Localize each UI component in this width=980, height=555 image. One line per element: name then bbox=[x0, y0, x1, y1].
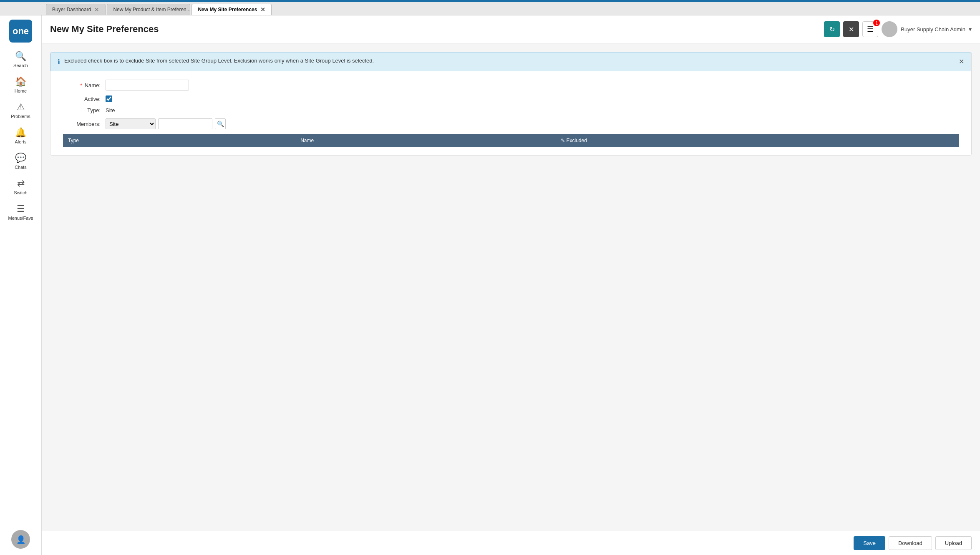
col-excluded: ✎ Excluded bbox=[556, 134, 959, 147]
members-controls: Site Site Group 🔍 bbox=[106, 118, 226, 129]
sidebar-item-label-chats: Chats bbox=[15, 165, 27, 170]
members-type-select[interactable]: Site Site Group bbox=[106, 118, 156, 129]
avatar bbox=[882, 21, 897, 37]
sidebar-item-search[interactable]: 🔍 Search bbox=[0, 47, 41, 72]
tab-label: New My Site Preferences bbox=[198, 7, 257, 13]
type-row: Type: Site bbox=[63, 107, 959, 113]
download-button[interactable]: Download bbox=[889, 536, 932, 550]
tab-label: New My Product & Item Preferen... bbox=[113, 7, 190, 13]
name-input[interactable] bbox=[106, 80, 189, 90]
info-icon: ℹ bbox=[58, 58, 60, 66]
required-indicator: * bbox=[80, 82, 82, 88]
tab-close-icon[interactable]: ✕ bbox=[94, 7, 99, 13]
tab-close-icon[interactable]: ✕ bbox=[260, 7, 265, 13]
active-row: Active: bbox=[63, 95, 959, 102]
sidebar-avatar[interactable]: 👤 bbox=[11, 530, 30, 549]
sidebar: one 🔍 Search 🏠 Home ⚠ Problems 🔔 Alerts … bbox=[0, 15, 42, 555]
problems-icon: ⚠ bbox=[17, 102, 25, 113]
menu-icon: ☰ bbox=[867, 25, 874, 34]
info-message: Excluded check box is to exclude Site fr… bbox=[64, 58, 374, 64]
sidebar-item-label-alerts: Alerts bbox=[15, 139, 26, 144]
sidebar-item-switch[interactable]: ⇄ Switch bbox=[0, 174, 41, 199]
tab-bar: Buyer Dashboard✕New My Product & Item Pr… bbox=[0, 2, 980, 15]
name-label: * Name: bbox=[63, 82, 101, 88]
sidebar-item-label-search: Search bbox=[13, 63, 28, 68]
tab-label: Buyer Dashboard bbox=[52, 7, 91, 13]
sidebar-item-label-problems: Problems bbox=[11, 114, 30, 119]
members-row: Members: Site Site Group 🔍 bbox=[63, 118, 959, 129]
excluded-edit-icon[interactable]: ✎ bbox=[561, 138, 565, 143]
avatar-icon: 👤 bbox=[16, 535, 25, 544]
header-actions: ↻ ✕ ☰ 1 Buyer Supply Chain Admin ▾ bbox=[824, 21, 972, 37]
info-banner: ℹ Excluded check box is to exclude Site … bbox=[50, 52, 971, 71]
page-header: New My Site Preferences ↻ ✕ ☰ 1 Buyer Su… bbox=[42, 15, 980, 43]
col-name: Name bbox=[295, 134, 556, 147]
members-table: Type Name ✎ Excluded bbox=[63, 134, 959, 147]
sidebar-item-label-menus-favs: Menus/Favs bbox=[8, 216, 33, 221]
menus-favs-icon: ☰ bbox=[17, 203, 25, 214]
form-container: ℹ Excluded check box is to exclude Site … bbox=[42, 43, 980, 531]
type-value: Site bbox=[106, 107, 115, 113]
active-checkbox[interactable] bbox=[106, 95, 112, 102]
members-search-button[interactable]: 🔍 bbox=[215, 118, 226, 129]
sidebar-item-alerts[interactable]: 🔔 Alerts bbox=[0, 123, 41, 148]
sidebar-item-label-switch: Switch bbox=[14, 190, 27, 195]
sidebar-item-problems[interactable]: ⚠ Problems bbox=[0, 98, 41, 123]
notification-badge: 1 bbox=[873, 20, 880, 26]
content-area: New My Site Preferences ↻ ✕ ☰ 1 Buyer Su… bbox=[42, 15, 980, 555]
chats-icon: 💬 bbox=[15, 153, 26, 163]
chevron-down-icon: ▾ bbox=[969, 26, 972, 33]
user-section[interactable]: Buyer Supply Chain Admin ▾ bbox=[882, 21, 972, 37]
tab-new-site-preferences[interactable]: New My Site Preferences✕ bbox=[191, 4, 272, 15]
info-close-button[interactable]: ✕ bbox=[959, 58, 964, 65]
sidebar-item-label-home: Home bbox=[15, 88, 27, 93]
members-label: Members: bbox=[63, 121, 101, 127]
name-row: * Name: bbox=[63, 80, 959, 90]
home-icon: 🏠 bbox=[15, 76, 26, 87]
col-type: Type bbox=[63, 134, 295, 147]
members-search-input[interactable] bbox=[158, 118, 212, 129]
user-name: Buyer Supply Chain Admin bbox=[901, 26, 965, 33]
sidebar-item-menus-favs[interactable]: ☰ Menus/Favs bbox=[0, 199, 41, 225]
tab-buyer-dashboard[interactable]: Buyer Dashboard✕ bbox=[46, 4, 106, 15]
close-button[interactable]: ✕ bbox=[843, 21, 859, 37]
type-label: Type: bbox=[63, 107, 101, 113]
form-footer: Save Download Upload bbox=[42, 531, 980, 555]
search-icon: 🔍 bbox=[15, 51, 26, 62]
table-header-row: Type Name ✎ Excluded bbox=[63, 134, 959, 147]
switch-icon: ⇄ bbox=[17, 178, 25, 189]
save-button[interactable]: Save bbox=[854, 536, 885, 550]
form-card: ℹ Excluded check box is to exclude Site … bbox=[50, 52, 972, 156]
refresh-button[interactable]: ↻ bbox=[824, 21, 840, 37]
form-body: * Name: Active: Type: Site bbox=[50, 71, 971, 155]
active-label: Active: bbox=[63, 96, 101, 102]
search-icon: 🔍 bbox=[217, 121, 224, 127]
upload-button[interactable]: Upload bbox=[935, 536, 972, 550]
alerts-icon: 🔔 bbox=[15, 127, 26, 138]
menu-button[interactable]: ☰ 1 bbox=[862, 21, 878, 37]
sidebar-item-chats[interactable]: 💬 Chats bbox=[0, 148, 41, 174]
main-layout: one 🔍 Search 🏠 Home ⚠ Problems 🔔 Alerts … bbox=[0, 15, 980, 555]
app-logo[interactable]: one bbox=[9, 20, 32, 43]
tab-new-product-item[interactable]: New My Product & Item Preferen...✕ bbox=[107, 4, 190, 15]
page-title: New My Site Preferences bbox=[50, 24, 159, 35]
sidebar-item-home[interactable]: 🏠 Home bbox=[0, 72, 41, 98]
